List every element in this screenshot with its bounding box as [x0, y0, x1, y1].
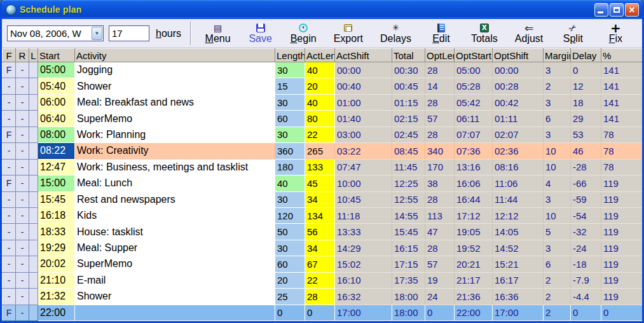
- cell-optshift[interactable]: 17:00: [493, 305, 544, 320]
- cell-optshift[interactable]: 08:16: [493, 159, 544, 175]
- cell-total[interactable]: 08:45: [392, 143, 425, 159]
- cell-pct[interactable]: 119: [601, 224, 643, 240]
- cell-start[interactable]: 06:40: [38, 111, 75, 127]
- cell-delay[interactable]: 46: [571, 143, 601, 159]
- cell-r[interactable]: -: [16, 272, 29, 288]
- cell-total[interactable]: 18:00: [392, 289, 425, 305]
- cell-delay[interactable]: 0: [571, 62, 601, 78]
- cell-length[interactable]: 50: [275, 224, 305, 240]
- col-header-total[interactable]: Total: [392, 49, 425, 62]
- cell-r[interactable]: -: [16, 191, 29, 207]
- cell-l[interactable]: [29, 175, 38, 191]
- cell-optstart[interactable]: 07:36: [455, 143, 493, 159]
- cell-optlen[interactable]: 57: [425, 111, 455, 127]
- cell-optlen[interactable]: 28: [425, 62, 455, 78]
- cell-pct[interactable]: 141: [601, 94, 643, 110]
- cell-optshift[interactable]: 12:12: [493, 207, 544, 223]
- cell-r[interactable]: -: [16, 305, 29, 320]
- edit-button[interactable]: Edit: [425, 21, 458, 46]
- date-combobox[interactable]: Nov 08, 2006, W ▼: [7, 25, 104, 41]
- cell-start[interactable]: 16:18: [38, 207, 75, 223]
- cell-f[interactable]: -: [3, 143, 16, 159]
- cell-pct[interactable]: 141: [601, 62, 643, 78]
- cell-actlen[interactable]: 34: [305, 240, 335, 256]
- cell-pct[interactable]: 78: [601, 127, 643, 142]
- cell-activity[interactable]: Kids: [75, 207, 275, 223]
- cell-delay[interactable]: 18: [571, 94, 601, 110]
- cell-start[interactable]: 08:00: [38, 127, 75, 142]
- cell-optstart[interactable]: 06:11: [455, 111, 493, 127]
- cell-start[interactable]: 12:47: [38, 159, 75, 175]
- cell-optshift[interactable]: 02:36: [493, 143, 544, 159]
- cell-delay[interactable]: -59: [571, 191, 601, 207]
- cell-activity[interactable]: [75, 305, 275, 320]
- cell-activity[interactable]: SuperMemo: [75, 111, 275, 127]
- combobox-dropdown-button[interactable]: ▼: [92, 27, 102, 40]
- cell-optshift[interactable]: 01:11: [493, 111, 544, 127]
- cell-optlen[interactable]: 57: [425, 256, 455, 272]
- cell-pct[interactable]: 119: [601, 272, 643, 288]
- cell-delay[interactable]: -24: [571, 240, 601, 256]
- cell-activity[interactable]: Meal: Supper: [75, 240, 275, 256]
- col-header-activity[interactable]: Activity: [75, 49, 275, 62]
- save-button[interactable]: Save: [244, 21, 277, 46]
- cell-actlen[interactable]: 22: [305, 272, 335, 288]
- cell-optstart[interactable]: 17:12: [455, 207, 493, 223]
- cell-actlen[interactable]: 265: [305, 143, 335, 159]
- cell-total[interactable]: 00:30: [392, 62, 425, 78]
- cell-pct[interactable]: 119: [601, 240, 643, 256]
- cell-actshift[interactable]: 00:00: [335, 62, 392, 78]
- cell-actshift[interactable]: 14:29: [335, 240, 392, 256]
- cell-r[interactable]: -: [16, 289, 29, 305]
- cell-optstart[interactable]: 19:52: [455, 240, 493, 256]
- cell-optstart[interactable]: 22:00: [455, 305, 493, 320]
- menu-button[interactable]: Menu: [202, 21, 235, 46]
- minimize-button[interactable]: [594, 3, 608, 17]
- cell-r[interactable]: -: [16, 224, 29, 240]
- cell-optlen[interactable]: 0: [425, 305, 455, 320]
- cell-length[interactable]: 120: [275, 207, 305, 223]
- cell-l[interactable]: [29, 111, 38, 127]
- cell-delay[interactable]: -28: [571, 159, 601, 175]
- cell-total[interactable]: 12:55: [392, 191, 425, 207]
- cell-start[interactable]: 05:40: [38, 78, 75, 94]
- cell-start[interactable]: 08:22: [38, 143, 75, 159]
- cell-activity[interactable]: Shower: [75, 289, 275, 305]
- col-header-margin[interactable]: Margin: [544, 49, 571, 62]
- cell-r[interactable]: -: [16, 111, 29, 127]
- col-header-l[interactable]: L: [29, 49, 38, 62]
- cell-optstart[interactable]: 21:17: [455, 272, 493, 288]
- cell-f[interactable]: -: [3, 256, 16, 272]
- cell-start[interactable]: 15:00: [38, 175, 75, 191]
- cell-total[interactable]: 02:15: [392, 111, 425, 127]
- cell-optlen[interactable]: 24: [425, 289, 455, 305]
- cell-l[interactable]: [29, 272, 38, 288]
- cell-optlen[interactable]: 28: [425, 94, 455, 110]
- cell-activity[interactable]: Meal: Breakfast and news: [75, 94, 275, 110]
- cell-margin[interactable]: 3: [544, 94, 571, 110]
- cell-r[interactable]: -: [16, 240, 29, 256]
- cell-actlen[interactable]: 67: [305, 256, 335, 272]
- cell-pct[interactable]: 78: [601, 159, 643, 175]
- cell-total[interactable]: 00:45: [392, 78, 425, 94]
- col-header-length[interactable]: Length: [275, 49, 305, 62]
- cell-actlen[interactable]: 20: [305, 78, 335, 94]
- cell-optlen[interactable]: 47: [425, 224, 455, 240]
- cell-delay[interactable]: -66: [571, 175, 601, 191]
- cell-margin[interactable]: 3: [544, 191, 571, 207]
- cell-actlen[interactable]: 22: [305, 127, 335, 142]
- cell-delay[interactable]: 53: [571, 127, 601, 142]
- cell-optlen[interactable]: 28: [425, 240, 455, 256]
- hours-input[interactable]: [109, 25, 149, 41]
- cell-length[interactable]: 30: [275, 240, 305, 256]
- cell-optstart[interactable]: 20:21: [455, 256, 493, 272]
- cell-actshift[interactable]: 01:00: [335, 94, 392, 110]
- cell-optshift[interactable]: 14:52: [493, 240, 544, 256]
- cell-delay[interactable]: -32: [571, 224, 601, 240]
- cell-actlen[interactable]: 34: [305, 191, 335, 207]
- cell-l[interactable]: [29, 159, 38, 175]
- cell-l[interactable]: [29, 256, 38, 272]
- cell-optstart[interactable]: 21:36: [455, 289, 493, 305]
- cell-optshift[interactable]: 16:17: [493, 272, 544, 288]
- cell-start[interactable]: 15:45: [38, 191, 75, 207]
